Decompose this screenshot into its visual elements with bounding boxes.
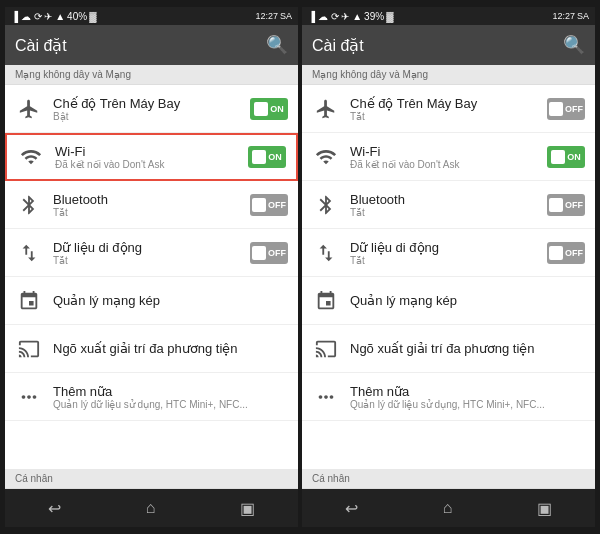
phone-right: ▐ ☁ ⟳ ✈ ▲ 39% ▓ 12:27 SA Cài đặt 🔍 Mạng … [302, 7, 595, 527]
setting-title-media-output: Ngõ xuất giải trí đa phương tiện [53, 341, 288, 356]
setting-text-wifi: Wi-Fi Đã kết nối vào Don't Ask [350, 144, 547, 170]
setting-item-airplane[interactable]: Chế độ Trên Máy Bay Tắt OFF [302, 85, 595, 133]
section-header-network: Mạng không dây và Mạng [302, 65, 595, 85]
signal-icons: ▐ ☁ ⟳ ✈ ▲ [308, 11, 362, 22]
bottom-nav: ↩⌂▣ [302, 489, 595, 527]
setting-title-media-output: Ngõ xuất giải trí đa phương tiện [350, 341, 585, 356]
bottom-nav: ↩⌂▣ [5, 489, 298, 527]
setting-title-more: Thêm nữa [350, 384, 585, 399]
setting-text-airplane: Chế độ Trên Máy Bay Tắt [350, 96, 547, 122]
setting-item-media-output[interactable]: Ngõ xuất giải trí đa phương tiện [5, 325, 298, 373]
setting-text-more: Thêm nữa Quản lý dữ liệu sử dụng, HTC Mi… [53, 384, 288, 410]
setting-title-mobile-data: Dữ liệu di động [53, 240, 250, 255]
setting-subtitle-more: Quản lý dữ liệu sử dụng, HTC Mini+, NFC.… [350, 399, 585, 410]
setting-text-mobile-data: Dữ liệu di động Tắt [350, 240, 547, 266]
clock: 12:27 [552, 11, 575, 21]
toggle-on[interactable]: ON [250, 98, 288, 120]
back-button[interactable]: ↩ [38, 495, 71, 522]
setting-text-more: Thêm nữa Quản lý dữ liệu sử dụng, HTC Mi… [350, 384, 585, 410]
search-button[interactable]: 🔍 [563, 34, 585, 56]
setting-title-bluetooth: Bluetooth [53, 192, 250, 207]
setting-text-media-output: Ngõ xuất giải trí đa phương tiện [53, 341, 288, 356]
setting-icon-media-output [312, 335, 340, 363]
battery-percent: 39% [364, 11, 384, 22]
page-title: Cài đặt [15, 36, 67, 55]
setting-subtitle-wifi: Đã kết nối vào Don't Ask [350, 159, 547, 170]
top-bar: Cài đặt 🔍 [5, 25, 298, 65]
setting-subtitle-more: Quản lý dữ liệu sử dụng, HTC Mini+, NFC.… [53, 399, 288, 410]
toggle-off[interactable]: OFF [250, 194, 288, 216]
top-bar: Cài đặt 🔍 [302, 25, 595, 65]
region: SA [280, 11, 292, 21]
setting-title-bluetooth: Bluetooth [350, 192, 547, 207]
setting-title-wifi: Wi-Fi [55, 144, 248, 159]
settings-list: Chế độ Trên Máy Bay Bật ON Wi-Fi Đã kết … [5, 85, 298, 469]
setting-subtitle-mobile-data: Tắt [53, 255, 250, 266]
settings-list: Chế độ Trên Máy Bay Tắt OFF Wi-Fi Đã kết… [302, 85, 595, 469]
setting-text-media-output: Ngõ xuất giải trí đa phương tiện [350, 341, 585, 356]
setting-item-wifi[interactable]: Wi-Fi Đã kết nối vào Don't Ask ON [302, 133, 595, 181]
setting-icon-dual-network [312, 287, 340, 315]
recents-button[interactable]: ▣ [527, 495, 562, 522]
setting-text-airplane: Chế độ Trên Máy Bay Bật [53, 96, 250, 122]
setting-text-bluetooth: Bluetooth Tắt [53, 192, 250, 218]
setting-title-wifi: Wi-Fi [350, 144, 547, 159]
signal-icons: ▐ ☁ ⟳ ✈ ▲ [11, 11, 65, 22]
setting-item-more[interactable]: Thêm nữa Quản lý dữ liệu sử dụng, HTC Mi… [302, 373, 595, 421]
setting-item-dual-network[interactable]: Quản lý mạng kép [302, 277, 595, 325]
toggle-on[interactable]: ON [248, 146, 286, 168]
setting-title-dual-network: Quản lý mạng kép [53, 293, 288, 308]
setting-title-more: Thêm nữa [53, 384, 288, 399]
search-button[interactable]: 🔍 [266, 34, 288, 56]
setting-item-wifi[interactable]: Wi-Fi Đã kết nối vào Don't Ask ON [5, 133, 298, 181]
home-button[interactable]: ⌂ [136, 495, 166, 521]
status-bar: ▐ ☁ ⟳ ✈ ▲ 39% ▓ 12:27 SA [302, 7, 595, 25]
toggle-off[interactable]: OFF [547, 242, 585, 264]
toggle-off[interactable]: OFF [547, 194, 585, 216]
setting-icon-airplane [312, 95, 340, 123]
back-button[interactable]: ↩ [335, 495, 368, 522]
setting-title-airplane: Chế độ Trên Máy Bay [350, 96, 547, 111]
setting-icon-wifi [312, 143, 340, 171]
setting-icon-mobile-data [15, 239, 43, 267]
toggle-off[interactable]: OFF [250, 242, 288, 264]
setting-title-dual-network: Quản lý mạng kép [350, 293, 585, 308]
setting-icon-dual-network [15, 287, 43, 315]
section-header-personal: Cá nhân [302, 469, 595, 489]
battery-icon: ▓ [386, 11, 393, 22]
home-button[interactable]: ⌂ [433, 495, 463, 521]
phone-left: ▐ ☁ ⟳ ✈ ▲ 40% ▓ 12:27 SA Cài đặt 🔍 Mạng … [5, 7, 298, 527]
setting-item-mobile-data[interactable]: Dữ liệu di động Tắt OFF [5, 229, 298, 277]
status-left: ▐ ☁ ⟳ ✈ ▲ 40% ▓ [11, 11, 96, 22]
status-right: 12:27 SA [255, 11, 292, 21]
setting-item-mobile-data[interactable]: Dữ liệu di động Tắt OFF [302, 229, 595, 277]
setting-item-bluetooth[interactable]: Bluetooth Tắt OFF [302, 181, 595, 229]
setting-item-media-output[interactable]: Ngõ xuất giải trí đa phương tiện [302, 325, 595, 373]
status-right: 12:27 SA [552, 11, 589, 21]
setting-text-dual-network: Quản lý mạng kép [53, 293, 288, 308]
region: SA [577, 11, 589, 21]
setting-item-more[interactable]: Thêm nữa Quản lý dữ liệu sử dụng, HTC Mi… [5, 373, 298, 421]
setting-subtitle-wifi: Đã kết nối vào Don't Ask [55, 159, 248, 170]
setting-text-bluetooth: Bluetooth Tắt [350, 192, 547, 218]
setting-item-airplane[interactable]: Chế độ Trên Máy Bay Bật ON [5, 85, 298, 133]
setting-icon-bluetooth [15, 191, 43, 219]
setting-icon-media-output [15, 335, 43, 363]
clock: 12:27 [255, 11, 278, 21]
page-title: Cài đặt [312, 36, 364, 55]
toggle-off[interactable]: OFF [547, 98, 585, 120]
setting-icon-bluetooth [312, 191, 340, 219]
recents-button[interactable]: ▣ [230, 495, 265, 522]
section-header-network: Mạng không dây và Mạng [5, 65, 298, 85]
setting-subtitle-bluetooth: Tắt [350, 207, 547, 218]
setting-item-dual-network[interactable]: Quản lý mạng kép [5, 277, 298, 325]
setting-icon-more [15, 383, 43, 411]
setting-subtitle-mobile-data: Tắt [350, 255, 547, 266]
section-header-personal: Cá nhân [5, 469, 298, 489]
setting-title-mobile-data: Dữ liệu di động [350, 240, 547, 255]
setting-icon-more [312, 383, 340, 411]
setting-item-bluetooth[interactable]: Bluetooth Tắt OFF [5, 181, 298, 229]
status-bar: ▐ ☁ ⟳ ✈ ▲ 40% ▓ 12:27 SA [5, 7, 298, 25]
status-left: ▐ ☁ ⟳ ✈ ▲ 39% ▓ [308, 11, 393, 22]
toggle-on[interactable]: ON [547, 146, 585, 168]
